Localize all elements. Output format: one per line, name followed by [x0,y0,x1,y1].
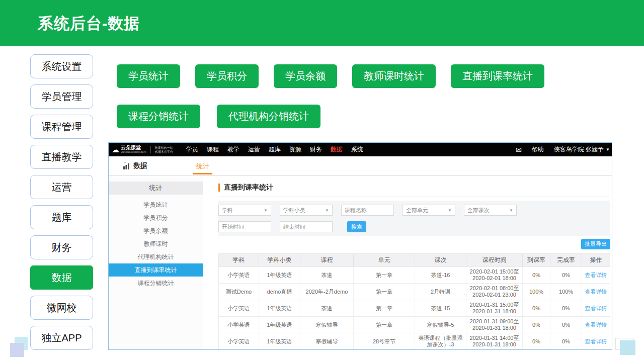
help-link[interactable]: 帮助 [532,145,544,154]
view-details-link[interactable]: 查看详情 [585,322,607,328]
logo[interactable]: ☁ 云朵课堂 yunduoketang.com 教育机构一站 式服务云平台 [112,145,173,154]
admin-nav: 学员 课程 教学 运营 题库 资源 财务 数据 系统 [186,145,363,154]
student-stats-button[interactable]: 学员统计 [117,64,180,88]
sidebar-item-micro-school[interactable]: 微网校 [30,296,93,320]
account-menu[interactable]: 侠客岛学院 张涵予 ▼ [554,145,610,154]
cell-course: 茶道 [300,267,354,283]
quick-buttons-row-2: 课程分销统计 代理机构分销统计 [117,105,320,128]
logo-divider [150,146,151,153]
chevron-down-icon: ▼ [509,208,513,213]
stats-panel: 统计 学员统计 学员积分 学员余额 教师课时 代理机构统计 直播到课率统计 课程… [109,176,203,349]
admin-subbar: 数据 统计 [109,156,612,176]
search-button[interactable]: 搜索 [347,221,366,232]
table-row: 小学英语 1年级英语 寒假辅导 第一章 寒假辅导-5 2020-01-31 09… [218,317,610,333]
sidebar-item-question-bank[interactable]: 题库 [30,205,93,229]
mail-icon[interactable]: ✉ [516,146,522,154]
cell-lesson: 茶道-15 [415,300,466,316]
teacher-hours-stats-button[interactable]: 教师课时统计 [352,64,436,88]
view-details-link[interactable]: 查看详情 [585,305,607,312]
view-details-link[interactable]: 查看详情 [585,272,607,279]
panel-item-live-attendance-stats[interactable]: 直播到课率统计 [109,263,203,277]
panel-item-agency-stats[interactable]: 代理机构统计 [109,250,203,263]
cell-subcategory: 1年级英语 [259,300,300,316]
page: 系统后台-数据 系统设置 学员管理 课程管理 直播教学 运营 题库 财务 数据 … [0,0,644,362]
sidebar-item-finance[interactable]: 财务 [30,235,93,259]
col-header-time: 课程时间 [466,254,523,266]
cell-course: 寒假辅导 [300,317,354,333]
batch-export-button[interactable]: 批量导出 [581,239,610,249]
nav-item-resources[interactable]: 资源 [289,145,301,154]
decor-square-lavender-left [10,343,24,357]
panel-item-student-points[interactable]: 学员积分 [109,211,203,224]
col-header-unit: 单元 [354,254,415,266]
chevron-down-icon: ▼ [325,208,329,213]
unit-select[interactable]: 全部单元▼ [403,205,455,216]
table-row: 小学英语 1年级英语 寒假辅导 28号章节 英语课程（批量添加课次）-3 202… [218,333,610,350]
cell-time: 2020-02-01 08:00至2020-02-01 23:00 [466,284,523,300]
cell-lesson: 英语课程（批量添加课次）-3 [415,333,466,349]
tab-statistics[interactable]: 统计 [193,156,212,174]
cell-unit: 第一章 [354,300,415,316]
view-details-link[interactable]: 查看详情 [585,289,607,295]
col-header-subject: 学科 [219,254,259,266]
cell-unit: 第一章 [354,317,415,333]
cell-lesson: 茶道-16 [415,267,466,283]
nav-item-question-bank[interactable]: 题库 [269,145,281,154]
cell-time: 2020-01-31 15:00至2020-01-31 18:00 [466,300,523,316]
lesson-select[interactable]: 全部课次▼ [464,205,517,216]
table-header-row: 学科 学科小类 课程 单元 课次 课程时间 到课率 完成率 操作 [218,253,610,267]
sidebar-item-live-teaching[interactable]: 直播教学 [30,145,93,169]
student-balance-button[interactable]: 学员余额 [274,64,337,88]
cell-completion-rate: 0% [550,267,582,283]
cell-course: 茶道 [300,300,354,316]
cell-subject: 小学英语 [219,333,259,349]
subcategory-select[interactable]: 学科小类▼ [280,205,333,216]
sidebar-item-student-mgmt[interactable]: 学员管理 [30,84,93,109]
filter-panel: 学科▼ 学科小类▼ 全部单元▼ 全部课次▼ 搜索 [218,201,610,236]
sidebar-item-system-settings[interactable]: 系统设置 [30,54,93,78]
attendance-table: 学科 学科小类 课程 单元 课次 课程时间 到课率 完成率 操作 小学英语 1年… [218,253,610,350]
nav-item-finance[interactable]: 财务 [310,145,322,154]
sidebar-item-operations[interactable]: 运营 [30,175,93,199]
course-distribution-stats-button[interactable]: 课程分销统计 [117,105,200,128]
logo-text: 云朵课堂 [121,145,146,150]
panel-item-course-distribution-stats[interactable]: 课程分销统计 [109,277,203,290]
panel-item-student-balance[interactable]: 学员余额 [109,224,203,237]
nav-item-courses[interactable]: 课程 [207,145,219,154]
cell-attendance-rate: 0% [523,267,550,283]
agency-distribution-stats-button[interactable]: 代理机构分销统计 [217,105,320,128]
nav-item-teaching[interactable]: 教学 [227,145,239,154]
nav-item-students[interactable]: 学员 [186,145,198,154]
quick-buttons-row-1: 学员统计 学员积分 学员余额 教师课时统计 直播到课率统计 [117,64,544,88]
breadcrumb: 数据 [123,156,147,175]
nav-item-operations[interactable]: 运营 [248,145,260,154]
student-points-button[interactable]: 学员积分 [195,64,259,88]
subject-select[interactable]: 学科▼ [218,205,271,216]
col-header-subcategory: 学科小类 [259,254,300,266]
panel-item-student-stats[interactable]: 学员统计 [109,198,203,211]
col-header-completion-rate: 完成率 [550,254,582,266]
cell-subcategory: 1年级英语 [259,333,300,349]
course-name-input[interactable] [341,205,394,216]
chevron-down-icon: ▼ [448,208,452,213]
topbar-right: ✉ 帮助 侠客岛学院 张涵予 ▼ [516,145,610,154]
nav-item-system[interactable]: 系统 [351,145,363,154]
panel-item-teacher-hours[interactable]: 教师课时 [109,237,203,250]
sidebar-item-data[interactable]: 数据 [30,265,93,290]
view-details-link[interactable]: 查看详情 [585,338,607,345]
start-time-input[interactable] [218,221,271,232]
cell-time: 2020-01-31 09:00至2020-01-31 18:00 [466,317,523,333]
nav-item-data[interactable]: 数据 [331,145,343,154]
end-time-input[interactable] [280,221,333,232]
cell-subject: 小学英语 [219,300,259,316]
chevron-down-icon: ▼ [606,147,610,152]
sidebar-item-course-mgmt[interactable]: 课程管理 [30,115,93,139]
page-header: 系统后台-数据 [0,0,644,46]
col-header-attendance-rate: 到课率 [523,254,550,266]
cell-unit: 28号章节 [354,333,415,349]
col-header-actions: 操作 [582,254,610,266]
live-attendance-stats-button[interactable]: 直播到课率统计 [451,64,544,88]
sidebar: 系统设置 学员管理 课程管理 直播教学 运营 题库 财务 数据 微网校 独立AP… [30,54,93,350]
sidebar-item-standalone-app[interactable]: 独立APP [30,326,93,350]
cell-attendance-rate: 0% [523,300,550,316]
